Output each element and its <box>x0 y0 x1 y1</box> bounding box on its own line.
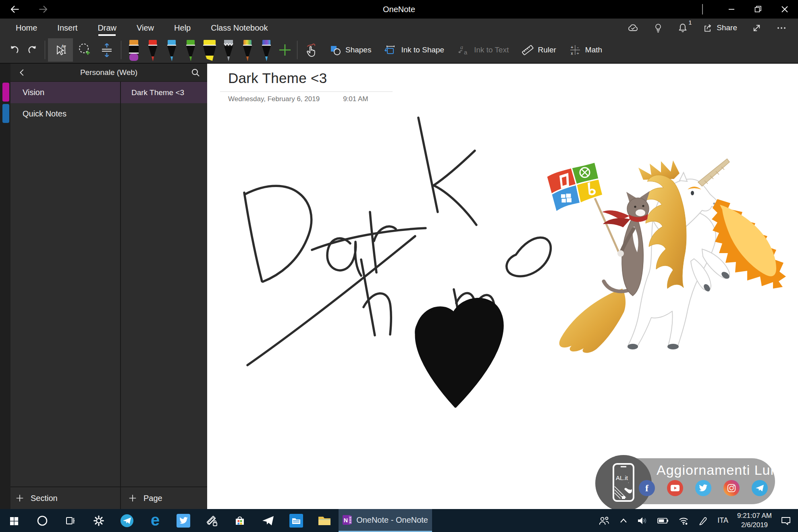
show-hidden-icons-button[interactable] <box>615 509 632 532</box>
plus-icon <box>277 42 293 58</box>
tab-help[interactable]: Help <box>164 19 201 37</box>
lasso-select-tool[interactable] <box>73 38 96 62</box>
volume-button[interactable] <box>632 509 653 532</box>
draw-with-touch-button[interactable] <box>300 38 323 62</box>
cortana-button[interactable] <box>28 509 56 532</box>
more-options-button[interactable] <box>776 23 787 33</box>
red-pen-tool[interactable] <box>143 37 162 62</box>
navigation-pane: Personale (Web) Vision Qui <box>0 64 207 509</box>
notebooks-back-button[interactable] <box>10 68 34 77</box>
ninja-cat-unicorn-image[interactable] <box>538 156 790 353</box>
desktop: OneNote Home Ins <box>0 0 798 532</box>
ink-to-text-icon: a a <box>457 44 470 56</box>
action-center-button[interactable] <box>776 509 796 532</box>
search-icon <box>191 68 200 77</box>
clock[interactable]: 9:21:07 AM 2/6/2019 <box>733 509 776 532</box>
file-explorer-pinned-button[interactable] <box>282 509 310 532</box>
eraser-tool[interactable] <box>124 37 143 62</box>
forward-arrow-icon <box>38 4 49 15</box>
tab-draw[interactable]: Draw <box>87 19 127 37</box>
window-title: OneNote <box>0 5 798 14</box>
tab-class-notebook[interactable]: Class Notebook <box>201 19 278 37</box>
restore-button[interactable] <box>745 0 771 19</box>
svg-text:A: A <box>61 44 64 49</box>
green-pen-tool[interactable] <box>181 37 200 62</box>
pencil-tool[interactable] <box>219 37 238 62</box>
section-item-quick-notes[interactable]: Quick Notes <box>10 103 120 125</box>
tell-me-button[interactable] <box>653 23 663 33</box>
svg-text:÷: ÷ <box>577 51 579 56</box>
galaxy-pen-tool[interactable] <box>257 37 276 62</box>
svg-text:N: N <box>344 517 348 524</box>
insert-space-tool[interactable] <box>96 38 118 62</box>
wifi-button[interactable] <box>673 509 694 532</box>
minimize-button[interactable] <box>718 0 745 19</box>
start-button[interactable] <box>0 509 28 532</box>
touch-draw-icon <box>304 42 319 58</box>
task-view-button[interactable] <box>56 509 85 532</box>
page-time: 9:01 AM <box>343 95 368 103</box>
sync-status-button[interactable] <box>628 23 639 33</box>
forward-button[interactable] <box>29 0 58 19</box>
watermark-title: Aggiornamenti Lumia <box>657 462 794 478</box>
ink-apps-button[interactable] <box>197 509 226 532</box>
section-color-tab-vision[interactable] <box>2 83 9 102</box>
add-section-button[interactable]: Section <box>10 487 121 509</box>
add-page-button[interactable]: Page <box>121 487 207 509</box>
battery-button[interactable] <box>653 509 673 532</box>
tab-home[interactable]: Home <box>6 19 47 37</box>
notification-badge: 1 <box>689 19 692 26</box>
file-explorer-tile-icon <box>289 514 303 528</box>
telegram-desktop-button[interactable] <box>254 509 282 532</box>
search-button[interactable] <box>184 68 207 77</box>
language-indicator[interactable]: ITA <box>713 509 733 532</box>
math-button[interactable]: + - x ÷ Math <box>563 38 609 62</box>
chevron-up-icon <box>619 517 628 524</box>
fullscreen-button[interactable] <box>752 23 762 33</box>
file-explorer-window-button[interactable] <box>310 509 339 532</box>
section-color-tab-quick-notes[interactable] <box>2 104 9 123</box>
twitter-app-button[interactable] <box>169 509 197 532</box>
ink-to-shape-button[interactable]: Ink to Shape <box>378 38 451 62</box>
speaker-icon <box>637 516 648 526</box>
settings-app-button[interactable] <box>85 509 113 532</box>
task-view-icon <box>65 515 76 526</box>
twitter-icon <box>695 480 711 496</box>
yellow-highlighter-tool[interactable] <box>200 37 219 62</box>
back-button[interactable] <box>0 0 29 19</box>
shapes-button[interactable]: Shapes <box>323 38 378 62</box>
undo-button[interactable] <box>5 38 23 62</box>
notifications-button[interactable]: 1 <box>677 23 688 33</box>
blue-pen-tool[interactable] <box>162 37 181 62</box>
section-color-rail <box>0 64 10 509</box>
heart-doodle <box>416 299 502 406</box>
rainbow-pen-tool[interactable] <box>238 37 257 62</box>
telegram-app-button[interactable] <box>113 509 141 532</box>
blue-pen-icon <box>162 39 181 62</box>
math-label: Math <box>585 46 602 54</box>
people-button[interactable] <box>594 509 615 532</box>
notebook-title[interactable]: Personale (Web) <box>34 68 184 77</box>
windows-ink-button[interactable] <box>694 509 713 532</box>
undo-icon <box>8 44 21 56</box>
phone-logo-icon: AL.it <box>608 461 639 505</box>
tray-time: 9:21:07 AM <box>737 511 772 520</box>
add-pen-button[interactable] <box>276 38 294 62</box>
redo-icon <box>26 44 39 56</box>
share-button[interactable]: Share <box>702 23 737 33</box>
tab-insert[interactable]: Insert <box>47 19 87 37</box>
close-button[interactable] <box>771 0 798 19</box>
page-title[interactable]: Dark Theme <3 <box>228 70 393 86</box>
taskbar-onenote-window[interactable]: N OneNote - OneNote <box>339 509 432 532</box>
page-canvas[interactable]: Dark Theme <3 Wednesday, February 6, 201… <box>207 64 798 509</box>
microsoft-store-button[interactable] <box>226 509 254 532</box>
edge-browser-button[interactable]: e <box>141 509 169 532</box>
tab-view[interactable]: View <box>127 19 164 37</box>
ruler-button[interactable]: Ruler <box>515 38 562 62</box>
redo-button[interactable] <box>23 38 42 62</box>
onenote-app-icon: N <box>343 513 352 527</box>
cloud-sync-icon <box>628 23 639 33</box>
select-objects-tool[interactable]: A <box>48 38 73 62</box>
section-item-vision[interactable]: Vision <box>10 82 120 103</box>
page-item-dark-theme[interactable]: Dark Theme <3 <box>121 82 207 103</box>
